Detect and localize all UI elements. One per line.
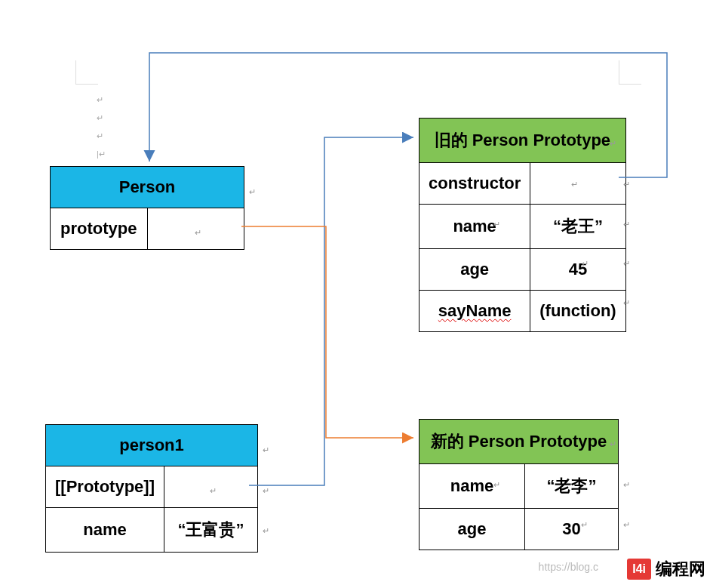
logo-badge: I4i — [627, 559, 651, 580]
return-mark: ↵ — [623, 298, 630, 308]
old-prototype-table: 旧的 Person Prototype constructor name “老王… — [419, 118, 626, 332]
return-mark: ↵ — [263, 445, 269, 455]
return-mark: ↵ — [493, 220, 500, 229]
new-proto-age-val: 30 — [524, 509, 618, 550]
edge-prototype-to-new-proto — [241, 226, 413, 438]
old-proto-name-val: “老王” — [530, 205, 625, 249]
decor-block-right — [619, 60, 641, 85]
edge-person1-to-old-proto — [249, 137, 413, 485]
site-logo: I4i 编程网 — [627, 558, 705, 580]
logo-text: 编程网 — [656, 558, 705, 580]
return-mark: ↵ — [582, 259, 589, 269]
return-mark: ↵ — [571, 180, 578, 189]
person1-name-val: “王富贵” — [164, 508, 257, 553]
old-proto-name-key: name — [420, 205, 530, 249]
person1-instance-table: person1 [[Prototype]] name “王富贵” — [45, 424, 258, 553]
return-mark: ↵ — [210, 486, 217, 496]
person-prototype-key: prototype — [51, 208, 148, 250]
return-mark: ↵ — [263, 486, 269, 496]
new-proto-age-key: age — [420, 509, 525, 550]
person1-proto-key: [[Prototype]] — [46, 466, 164, 508]
decor-block-left — [75, 60, 98, 85]
return-mark: ↵ — [623, 180, 630, 189]
old-proto-sayname-key: sayName — [420, 291, 530, 332]
editing-cursor-marks: ↵↵↵|↵ — [97, 91, 106, 163]
return-mark: ↵ — [623, 220, 630, 229]
watermark-text: https://blog.c — [539, 561, 598, 573]
return-mark: ↵ — [581, 520, 588, 530]
return-mark: ↵ — [623, 480, 630, 490]
return-mark: ↵ — [195, 228, 201, 238]
return-mark: ↵ — [623, 259, 630, 269]
return-mark: ↵ — [610, 139, 616, 149]
old-proto-age-key: age — [420, 249, 530, 291]
return-mark: ↵ — [493, 480, 500, 490]
return-mark: ↵ — [249, 187, 256, 197]
person-constructor-table: Person prototype — [50, 166, 244, 250]
return-mark: ↵ — [263, 526, 269, 536]
person1-name-key: name — [46, 508, 164, 553]
person1-title: person1 — [46, 425, 258, 466]
old-proto-sayname-val: (function) — [530, 291, 625, 332]
old-proto-constructor-key: constructor — [420, 163, 530, 205]
old-proto-title: 旧的 Person Prototype — [420, 119, 626, 163]
return-mark: ↵ — [610, 439, 616, 449]
new-proto-name-key: name — [420, 464, 525, 509]
person-title: Person — [51, 167, 244, 208]
return-mark: ↵ — [623, 520, 630, 530]
new-proto-name-val: “老李” — [524, 464, 618, 509]
new-proto-title: 新的 Person Prototype — [420, 420, 619, 464]
new-prototype-table: 新的 Person Prototype name “老李” age 30 — [419, 419, 619, 550]
old-proto-age-val: 45 — [530, 249, 625, 291]
